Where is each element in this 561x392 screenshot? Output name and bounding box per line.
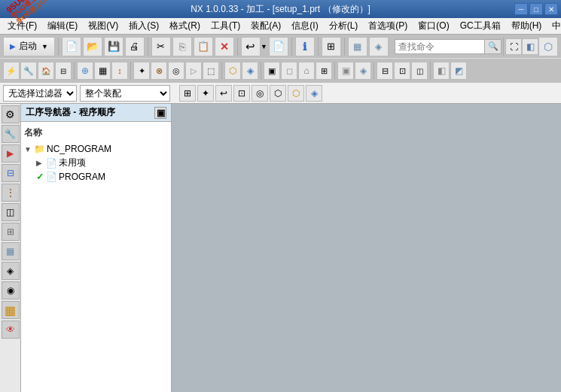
cut-icon: ✂ [157, 41, 165, 52]
fullscreen-button[interactable]: ⛶ [505, 38, 522, 55]
tb2-btn-8[interactable]: ✦ [133, 62, 150, 80]
start-button[interactable]: ▶ 启动 ▼ [3, 37, 55, 56]
copy-button[interactable]: ⎘ [172, 37, 192, 56]
assembly-select[interactable]: 整个装配 [80, 85, 170, 102]
tb2-btn-18[interactable]: ⊞ [316, 62, 332, 80]
separator-5 [318, 38, 319, 56]
menu-view[interactable]: 视图(V) [84, 18, 123, 34]
tb2-btn-15[interactable]: ▣ [264, 62, 280, 80]
tb2-btn-20[interactable]: ◈ [355, 62, 371, 80]
tb2-btn-11[interactable]: ▷ [185, 62, 202, 80]
tb2-btn-12[interactable]: ⬚ [203, 62, 219, 80]
sidebar-red-arrow[interactable]: ▶ [2, 144, 20, 163]
nav-item-nc-program[interactable]: ▼ 📁 NC_PROGRAM [24, 142, 168, 156]
paste-button[interactable]: 📋 [194, 37, 213, 56]
filter-btn-8[interactable]: ◈ [306, 85, 322, 102]
main-canvas [172, 104, 561, 392]
sidebar-item-5[interactable]: ⋮ [2, 184, 20, 202]
tb2-btn-5[interactable]: ⊕ [77, 62, 93, 80]
filter-btn-7[interactable]: ⬡ [288, 85, 304, 102]
sidebar-blue-layers[interactable]: ⊟ [2, 164, 20, 182]
sidebar-item-11[interactable]: ▦ [2, 301, 20, 319]
sidebar-yellow-tool[interactable]: 🔧 [2, 125, 20, 143]
minimize-button[interactable]: ─ [514, 3, 528, 15]
tb2-btn-1[interactable]: ⚡ [3, 62, 20, 80]
tb2-btn-19[interactable]: ▣ [337, 62, 354, 80]
undo-button[interactable]: ↩ [241, 37, 261, 56]
menu-analyze[interactable]: 分析(L) [325, 18, 363, 34]
zoom-fit-button[interactable]: ⊞ [322, 37, 341, 56]
icon-tool9: ⊗ [156, 66, 163, 76]
view-3d-button[interactable]: ◧ [522, 38, 538, 55]
print-button[interactable]: 🖨 [125, 37, 145, 56]
tb2-btn-3[interactable]: 🏠 [38, 62, 54, 80]
menu-help[interactable]: 帮助(H) [507, 18, 547, 34]
filter-btn-6[interactable]: ⬡ [270, 85, 286, 102]
cube-button[interactable]: ⬡ [538, 37, 558, 56]
new-icon: 📄 [66, 41, 78, 52]
menu-edit[interactable]: 编辑(E) [43, 18, 82, 34]
maximize-button[interactable]: □ [529, 3, 543, 15]
cut-button[interactable]: ✂ [151, 37, 171, 56]
3d-button-2[interactable]: ◈ [369, 37, 389, 56]
filter-btn-5[interactable]: ◎ [252, 85, 268, 102]
filter-select[interactable]: 无选择过滤器 [3, 85, 77, 102]
search-input[interactable] [395, 39, 485, 54]
tb2-sep3 [221, 62, 222, 80]
menu-tools[interactable]: 工具(T) [206, 18, 245, 34]
nav-item-unused[interactable]: ▶ 📄 未用项 [24, 156, 168, 170]
tb2-btn-9[interactable]: ⊗ [151, 62, 167, 80]
tb2-btn-22[interactable]: ⊡ [394, 62, 410, 80]
3d-button-1[interactable]: ▦ [348, 37, 367, 56]
tb2-btn-10[interactable]: ◎ [168, 62, 184, 80]
info-button[interactable]: ℹ [295, 37, 315, 56]
icon-tool17: ⌂ [303, 65, 309, 76]
tb2-btn-7[interactable]: ↕ [111, 62, 128, 80]
tb2-btn-6[interactable]: ▦ [94, 62, 111, 80]
filter-btn-3[interactable]: ↩ [215, 85, 232, 102]
tb2-btn-16[interactable]: ◻ [281, 62, 297, 80]
save-button[interactable]: 💾 [104, 37, 123, 56]
menu-format[interactable]: 格式(R) [165, 18, 205, 34]
unused-label: 未用项 [59, 156, 86, 169]
menu-window[interactable]: 窗口(O) [413, 18, 453, 34]
tb2-btn-13[interactable]: ⬡ [224, 62, 241, 80]
tb2-btn-24[interactable]: ◧ [433, 62, 450, 80]
menu-info[interactable]: 信息(I) [287, 18, 322, 34]
menu-preferences[interactable]: 首选项(P) [364, 18, 412, 34]
filter-btn-2[interactable]: ✦ [197, 85, 214, 102]
tb2-btn-25[interactable]: ◩ [450, 62, 467, 80]
sidebar-item-9[interactable]: ◈ [2, 262, 20, 280]
tb2-btn-17[interactable]: ⌂ [298, 62, 315, 80]
menu-insert[interactable]: 插入(S) [124, 18, 163, 34]
search-button[interactable]: 🔍 [485, 39, 502, 54]
sidebar-item-6[interactable]: ◫ [2, 203, 20, 221]
menu-gc-tools[interactable]: GC工具箱 [456, 18, 505, 34]
redo-button[interactable]: 📄 [269, 37, 288, 56]
icon-tool25: ◩ [455, 65, 463, 76]
menu-zhongfu[interactable]: 中葛工具 [547, 18, 561, 34]
delete-button[interactable]: ✕ [215, 37, 234, 56]
navigator-pin-button[interactable]: ▣ [154, 107, 166, 119]
tb2-btn-21[interactable]: ⊟ [377, 62, 393, 80]
close-button[interactable]: ✕ [544, 3, 558, 15]
window-controls: ─ □ ✕ [514, 3, 558, 15]
open-button[interactable]: 📂 [83, 37, 102, 56]
menu-assembly[interactable]: 装配(A) [246, 18, 285, 34]
tb2-btn-23[interactable]: ◫ [411, 62, 428, 80]
sidebar-item-12[interactable]: 👁 [2, 321, 20, 339]
menu-file[interactable]: 文件(F) [3, 18, 41, 34]
new-button[interactable]: 📄 [62, 37, 81, 56]
tb2-btn-14[interactable]: ◈ [242, 62, 258, 80]
undo-dropdown[interactable]: ▼ [261, 43, 267, 50]
filter-btn-1[interactable]: ⊞ [179, 85, 196, 102]
nav-item-program[interactable]: ✓ 📄 PROGRAM [24, 170, 168, 184]
tb2-btn-2[interactable]: 🔧 [20, 62, 37, 80]
sidebar-gear-icon[interactable]: ⚙ [2, 105, 20, 123]
zoom-fit-icon: ⊞ [327, 41, 335, 52]
sidebar-item-10[interactable]: ◉ [2, 281, 20, 299]
sidebar-item-8[interactable]: ▦ [2, 242, 20, 260]
filter-btn-4[interactable]: ⊡ [233, 85, 250, 102]
tb2-btn-4[interactable]: ⊟ [55, 62, 72, 80]
sidebar-item-7[interactable]: ⊞ [2, 223, 20, 241]
